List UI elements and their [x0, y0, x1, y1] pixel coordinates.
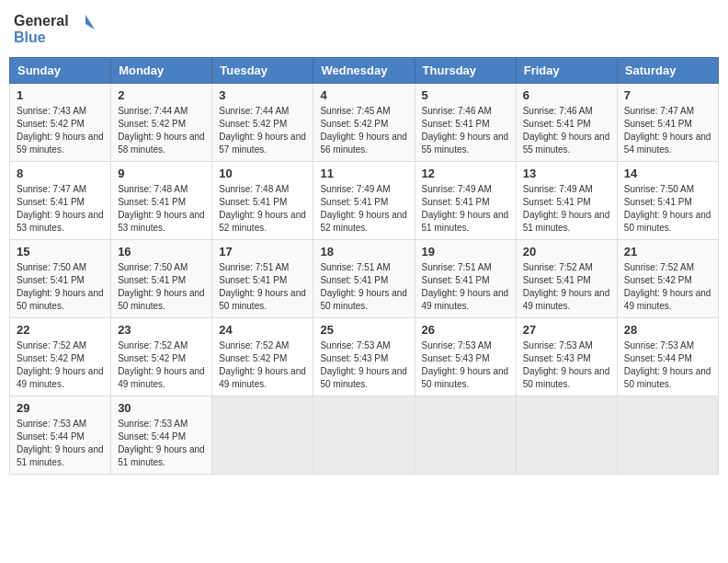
- day-number: 1: [17, 88, 104, 102]
- day-number: 3: [219, 88, 306, 102]
- day-info: Sunrise: 7:52 AM Sunset: 5:42 PM Dayligh…: [624, 261, 711, 313]
- empty-cell: [617, 396, 718, 475]
- logo-svg: General Blue: [14, 9, 97, 50]
- day-info: Sunrise: 7:45 AM Sunset: 5:42 PM Dayligh…: [320, 105, 407, 156]
- calendar-day-21: 21 Sunrise: 7:52 AM Sunset: 5:42 PM Dayl…: [617, 240, 718, 318]
- calendar-day-6: 6 Sunrise: 7:46 AM Sunset: 5:41 PM Dayli…: [516, 84, 617, 162]
- day-info: Sunrise: 7:48 AM Sunset: 5:41 PM Dayligh…: [219, 183, 306, 235]
- svg-text:General: General: [14, 13, 69, 29]
- day-info: Sunrise: 7:51 AM Sunset: 5:41 PM Dayligh…: [422, 261, 509, 313]
- calendar-day-12: 12 Sunrise: 7:49 AM Sunset: 5:41 PM Dayl…: [415, 162, 516, 240]
- day-info: Sunrise: 7:46 AM Sunset: 5:41 PM Dayligh…: [523, 105, 610, 156]
- day-info: Sunrise: 7:53 AM Sunset: 5:43 PM Dayligh…: [320, 339, 407, 391]
- weekday-header-tuesday: Tuesday: [212, 58, 313, 84]
- calendar-day-3: 3 Sunrise: 7:44 AM Sunset: 5:42 PM Dayli…: [212, 84, 313, 162]
- day-number: 25: [320, 323, 407, 337]
- weekday-header-friday: Friday: [516, 58, 617, 84]
- day-info: Sunrise: 7:52 AM Sunset: 5:42 PM Dayligh…: [17, 339, 104, 391]
- day-info: Sunrise: 7:49 AM Sunset: 5:41 PM Dayligh…: [523, 183, 610, 235]
- calendar-day-17: 17 Sunrise: 7:51 AM Sunset: 5:41 PM Dayl…: [212, 240, 313, 318]
- day-info: Sunrise: 7:43 AM Sunset: 5:42 PM Dayligh…: [17, 105, 104, 156]
- empty-cell: [212, 396, 313, 475]
- day-number: 27: [523, 323, 610, 337]
- calendar-day-8: 8 Sunrise: 7:47 AM Sunset: 5:41 PM Dayli…: [10, 162, 111, 240]
- calendar-day-2: 2 Sunrise: 7:44 AM Sunset: 5:42 PM Dayli…: [111, 84, 212, 162]
- day-info: Sunrise: 7:47 AM Sunset: 5:41 PM Dayligh…: [624, 105, 711, 156]
- day-number: 14: [624, 167, 711, 180]
- calendar-day-16: 16 Sunrise: 7:50 AM Sunset: 5:41 PM Dayl…: [111, 240, 212, 318]
- day-info: Sunrise: 7:50 AM Sunset: 5:41 PM Dayligh…: [17, 261, 104, 313]
- empty-cell: [313, 396, 415, 475]
- day-info: Sunrise: 7:51 AM Sunset: 5:41 PM Dayligh…: [320, 261, 407, 313]
- day-number: 4: [320, 88, 407, 102]
- day-number: 17: [219, 245, 306, 259]
- day-number: 8: [17, 167, 104, 180]
- day-info: Sunrise: 7:50 AM Sunset: 5:41 PM Dayligh…: [624, 183, 711, 235]
- day-number: 20: [523, 245, 610, 259]
- calendar-day-20: 20 Sunrise: 7:52 AM Sunset: 5:41 PM Dayl…: [516, 240, 617, 318]
- day-number: 23: [118, 323, 205, 337]
- empty-cell: [415, 396, 516, 475]
- calendar-day-1: 1 Sunrise: 7:43 AM Sunset: 5:42 PM Dayli…: [10, 84, 111, 162]
- day-number: 16: [118, 245, 205, 259]
- day-number: 26: [422, 323, 509, 337]
- day-number: 30: [118, 401, 205, 415]
- day-number: 22: [17, 323, 104, 337]
- calendar-day-26: 26 Sunrise: 7:53 AM Sunset: 5:43 PM Dayl…: [415, 318, 516, 396]
- empty-cell: [516, 396, 617, 475]
- day-number: 21: [624, 245, 711, 259]
- day-info: Sunrise: 7:47 AM Sunset: 5:41 PM Dayligh…: [17, 183, 104, 235]
- day-info: Sunrise: 7:44 AM Sunset: 5:42 PM Dayligh…: [219, 105, 306, 156]
- weekday-header-monday: Monday: [111, 58, 212, 84]
- calendar-day-29: 29 Sunrise: 7:53 AM Sunset: 5:44 PM Dayl…: [10, 396, 111, 475]
- calendar-day-11: 11 Sunrise: 7:49 AM Sunset: 5:41 PM Dayl…: [313, 162, 415, 240]
- weekday-header-sunday: Sunday: [10, 58, 111, 84]
- day-number: 29: [17, 401, 104, 415]
- weekday-header-thursday: Thursday: [415, 58, 516, 84]
- day-number: 28: [624, 323, 711, 337]
- calendar-day-24: 24 Sunrise: 7:52 AM Sunset: 5:42 PM Dayl…: [212, 318, 313, 396]
- weekday-header-saturday: Saturday: [617, 58, 718, 84]
- day-number: 7: [624, 88, 711, 102]
- svg-text:Blue: Blue: [14, 29, 46, 45]
- calendar-day-9: 9 Sunrise: 7:48 AM Sunset: 5:41 PM Dayli…: [111, 162, 212, 240]
- day-info: Sunrise: 7:53 AM Sunset: 5:44 PM Dayligh…: [17, 418, 104, 469]
- day-number: 24: [219, 323, 306, 337]
- day-info: Sunrise: 7:49 AM Sunset: 5:41 PM Dayligh…: [422, 183, 509, 235]
- day-info: Sunrise: 7:51 AM Sunset: 5:41 PM Dayligh…: [219, 261, 306, 313]
- day-info: Sunrise: 7:53 AM Sunset: 5:43 PM Dayligh…: [422, 339, 509, 391]
- calendar-day-14: 14 Sunrise: 7:50 AM Sunset: 5:41 PM Dayl…: [617, 162, 718, 240]
- calendar-day-28: 28 Sunrise: 7:53 AM Sunset: 5:44 PM Dayl…: [617, 318, 718, 396]
- day-number: 10: [219, 167, 306, 180]
- day-info: Sunrise: 7:48 AM Sunset: 5:41 PM Dayligh…: [118, 183, 205, 235]
- calendar-day-13: 13 Sunrise: 7:49 AM Sunset: 5:41 PM Dayl…: [516, 162, 617, 240]
- calendar-day-25: 25 Sunrise: 7:53 AM Sunset: 5:43 PM Dayl…: [313, 318, 415, 396]
- calendar-day-19: 19 Sunrise: 7:51 AM Sunset: 5:41 PM Dayl…: [415, 240, 516, 318]
- logo: General Blue: [14, 9, 97, 50]
- day-info: Sunrise: 7:53 AM Sunset: 5:44 PM Dayligh…: [624, 339, 711, 391]
- day-info: Sunrise: 7:44 AM Sunset: 5:42 PM Dayligh…: [118, 105, 205, 156]
- day-number: 19: [422, 245, 509, 259]
- day-number: 11: [320, 167, 407, 180]
- day-number: 6: [523, 88, 610, 102]
- calendar-day-15: 15 Sunrise: 7:50 AM Sunset: 5:41 PM Dayl…: [10, 240, 111, 318]
- calendar-day-22: 22 Sunrise: 7:52 AM Sunset: 5:42 PM Dayl…: [10, 318, 111, 396]
- day-number: 9: [118, 167, 205, 180]
- day-info: Sunrise: 7:52 AM Sunset: 5:42 PM Dayligh…: [219, 339, 306, 391]
- day-info: Sunrise: 7:52 AM Sunset: 5:42 PM Dayligh…: [118, 339, 205, 391]
- day-info: Sunrise: 7:49 AM Sunset: 5:41 PM Dayligh…: [320, 183, 407, 235]
- svg-marker-2: [85, 15, 95, 29]
- day-number: 2: [118, 88, 205, 102]
- day-info: Sunrise: 7:52 AM Sunset: 5:41 PM Dayligh…: [523, 261, 610, 313]
- calendar-day-18: 18 Sunrise: 7:51 AM Sunset: 5:41 PM Dayl…: [313, 240, 415, 318]
- calendar-day-7: 7 Sunrise: 7:47 AM Sunset: 5:41 PM Dayli…: [617, 84, 718, 162]
- calendar-day-30: 30 Sunrise: 7:53 AM Sunset: 5:44 PM Dayl…: [111, 396, 212, 475]
- calendar-day-23: 23 Sunrise: 7:52 AM Sunset: 5:42 PM Dayl…: [111, 318, 212, 396]
- day-info: Sunrise: 7:50 AM Sunset: 5:41 PM Dayligh…: [118, 261, 205, 313]
- calendar-day-27: 27 Sunrise: 7:53 AM Sunset: 5:43 PM Dayl…: [516, 318, 617, 396]
- calendar-day-5: 5 Sunrise: 7:46 AM Sunset: 5:41 PM Dayli…: [415, 84, 516, 162]
- day-number: 12: [422, 167, 509, 180]
- day-number: 13: [523, 167, 610, 180]
- calendar: SundayMondayTuesdayWednesdayThursdayFrid…: [9, 57, 719, 475]
- calendar-day-10: 10 Sunrise: 7:48 AM Sunset: 5:41 PM Dayl…: [212, 162, 313, 240]
